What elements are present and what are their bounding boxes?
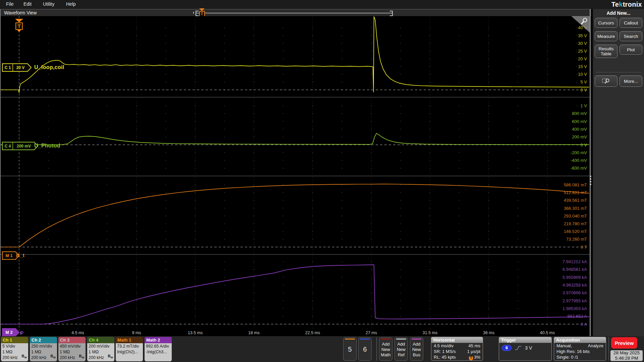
wave-label-u-photod: U_Photod: [34, 143, 60, 149]
bandwidth-limit-icon: BW: [79, 353, 84, 360]
channel-tile-ch-3[interactable]: Ch 3450 mV/div1 MΩ200 kHzBW: [58, 337, 86, 361]
menu-utility[interactable]: Utility: [43, 1, 54, 7]
add-new-callout-button[interactable]: Callout: [620, 18, 642, 28]
waveform-plot-area[interactable]: 40 V35 V30 V25 V20 V15 V10 V5 V0 V1 V800…: [1, 16, 591, 337]
y-tick-u-photod: -200 mV: [571, 150, 587, 155]
y-tick-i-p: 5.955909 kA: [562, 275, 587, 280]
horizontal-row-right: T3%: [469, 354, 480, 361]
y-tick-u-photod: 400 mV: [572, 127, 587, 132]
horizontal-row-right: 45 ms: [469, 343, 480, 349]
channel-tile-name: Ch 4: [87, 337, 114, 343]
grid-slice-3: [19, 177, 577, 253]
y-tick-i-p: 2.977955 kA: [562, 298, 587, 303]
svg-text:M 2: M 2: [6, 330, 13, 335]
add-new-ref-button[interactable]: AddNewRef: [394, 337, 408, 361]
add-new-math-button[interactable]: AddNewMath: [379, 337, 392, 361]
channel-tile-line: 992.65 A/div: [146, 344, 172, 349]
channel-tile-name: Math 2: [145, 337, 172, 343]
y-tick-u-loop-coil: 15 V: [578, 64, 587, 69]
channel-tile-line: 200 mV/div: [89, 344, 114, 349]
y-tick-u-loop-coil: 20 V: [578, 56, 587, 61]
slot-color-stripe: [360, 339, 370, 340]
waveform-view-window: Waveform View T 40 V35 V30 V25 V20 V15 V…: [0, 9, 591, 336]
splitter-drag-handle-icon[interactable]: [590, 174, 591, 186]
tektronix-logo: Tektronix: [611, 1, 642, 8]
svg-text:M 1: M 1: [6, 253, 13, 258]
zoom-mode-button[interactable]: [595, 75, 618, 87]
acquisition-panel-header: Acquisition: [554, 337, 606, 343]
svg-text:20 V: 20 V: [16, 65, 25, 70]
add-button-label: AddNewBus: [410, 342, 423, 358]
menu-file[interactable]: File: [6, 1, 14, 7]
x-tick-label: 27 ms: [366, 330, 377, 335]
y-tick-b-t: 512.821 mT: [564, 190, 587, 195]
add-new-plot-button[interactable]: Plot: [620, 45, 642, 55]
channel-tile-name: Ch 2: [30, 337, 57, 343]
horizontal-panel-header: Horizontal: [431, 337, 483, 343]
trigger-tail-icon: [17, 30, 21, 32]
slot-color-stripe: [381, 339, 391, 340]
y-tick-u-loop-coil: 25 V: [578, 49, 587, 54]
add-new-bus-button[interactable]: AddNewBus: [410, 337, 423, 361]
y-tick-b-t: 0 T: [581, 245, 587, 250]
svg-text:200 mV: 200 mV: [17, 144, 31, 148]
channel-badge-c-1[interactable]: C 120 V: [2, 63, 32, 73]
channel-tile-ch-2[interactable]: Ch 2250 mV/div1 MΩ200 kHzBW: [30, 337, 57, 361]
y-tick-u-photod: 200 mV: [572, 134, 587, 139]
slot-color-stripe: [396, 339, 406, 340]
y-tick-u-photod: 800 mV: [572, 111, 587, 116]
y-tick-i-p: 6.948561 kA: [562, 267, 587, 272]
minimap-track[interactable]: [196, 13, 392, 13]
channel-tile-line: 250 mV/div: [31, 344, 57, 349]
menu-edit[interactable]: Edit: [23, 1, 32, 7]
channel-tile-ch-4[interactable]: Ch 4200 mV/div1 MΩ200 kHzBW: [87, 337, 114, 361]
panel-splitter[interactable]: [590, 9, 591, 336]
trigger-position-marker[interactable]: T: [14, 19, 24, 32]
time-text: 5:46:28 PM: [610, 356, 643, 361]
more-button[interactable]: More...: [620, 75, 642, 87]
trigger-source-badge: 6: [502, 345, 512, 351]
channel-badge-c-4[interactable]: C 4200 mV: [2, 142, 39, 152]
y-tick-u-loop-coil: 10 V: [578, 72, 587, 77]
acquisition-mode: Manual,: [556, 343, 572, 349]
horizontal-position-minimap[interactable]: T: [196, 11, 392, 15]
minimap-trigger-marker[interactable]: T: [199, 8, 205, 17]
trigger-triangle-icon: [15, 19, 23, 22]
acquisition-panel[interactable]: Acquisition Manual,Analyze High Res: 16 …: [554, 337, 606, 361]
add-new-header: Add New...: [593, 10, 644, 16]
settings-bar-divider: [608, 337, 609, 361]
y-tick-u-photod: 0 V: [580, 142, 587, 147]
settings-bar-divider: [376, 337, 377, 361]
menu-bar: FileEditUtilityHelp Tektronix: [0, 0, 644, 9]
y-tick-b-t: 366.301 mT: [564, 206, 587, 211]
add-new-measure-button[interactable]: Measure: [595, 31, 618, 41]
y-tick-i-p: 1.985303 kA: [562, 306, 587, 311]
channel-slot-5-button[interactable]: 5: [343, 337, 357, 361]
channel-tile-line: 5 V/div: [2, 344, 28, 349]
preview-button[interactable]: Preview: [611, 337, 637, 349]
minimap-left-bracket: [196, 11, 199, 16]
y-tick-i-p: 0 A: [581, 322, 587, 327]
x-tick-label: 31.5 ms: [423, 330, 437, 335]
y-tick-i-p: 7.941212 kA: [562, 259, 587, 264]
y-tick-u-photod: -600 mV: [571, 166, 587, 171]
channel-tile-math-2[interactable]: Math 2992.65 A/div-Intg(Ch3...: [145, 337, 172, 361]
x-tick-label: 18 ms: [248, 330, 260, 335]
menu-help[interactable]: Help: [66, 1, 76, 7]
grid-slice-1: [19, 17, 577, 96]
add-new-cursors-button[interactable]: Cursors: [595, 18, 618, 28]
y-tick-u-photod: 600 mV: [572, 119, 587, 124]
channel-tile-ch-1[interactable]: Ch 15 V/div1 MΩ200 kHzBW: [1, 337, 28, 361]
add-button-label: AddNewRef: [395, 342, 408, 358]
channel-tile-math-1[interactable]: Math 173.2 mT/divIntg(Ch2)...: [116, 337, 143, 361]
channel-tile-line: -Intg(Ch3...: [146, 349, 172, 355]
trace-i-p: [1, 265, 589, 324]
channel-slot-6-button[interactable]: 6: [358, 337, 372, 361]
y-tick-u-loop-coil: 0 V: [580, 87, 587, 93]
add-new-search-button[interactable]: Search: [620, 31, 642, 41]
horizontal-panel[interactable]: Horizontal 4.5 ms/div45 msSR: 1 MS/s1 µs…: [431, 337, 483, 361]
trigger-panel[interactable]: Trigger 6 3 V: [499, 337, 552, 361]
add-new-results-table-button[interactable]: Results Table: [595, 45, 618, 58]
svg-text:C 4: C 4: [5, 144, 11, 148]
datetime-display[interactable]: 28 May 2025 5:46:28 PM: [610, 350, 643, 361]
